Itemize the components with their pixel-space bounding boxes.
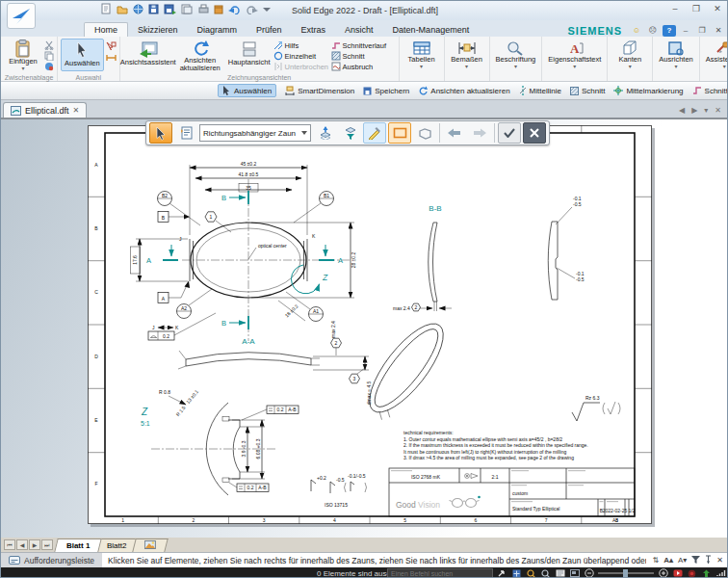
zoom-tool-icon[interactable] <box>540 568 551 578</box>
last-sheet-icon[interactable]: ⏭ <box>41 539 53 550</box>
document-tab-elliptical[interactable]: Elliptical.dft ✕ <box>3 102 87 118</box>
tab-close-icon[interactable]: ✕ <box>715 106 721 115</box>
annotation-button[interactable]: Beschriftung▾ <box>493 39 539 71</box>
save-icon[interactable] <box>148 4 159 14</box>
fence-back-button[interactable] <box>443 122 466 144</box>
fence-hierarchy-button[interactable] <box>338 122 361 144</box>
assistants-button[interactable]: Assistenten▾ <box>703 39 728 71</box>
select-button[interactable]: Auswählen <box>61 39 104 71</box>
print-icon[interactable] <box>197 4 209 14</box>
open-web-icon[interactable] <box>133 4 143 14</box>
zoom-in-icon[interactable] <box>658 568 668 578</box>
pan-icon[interactable] <box>511 568 522 578</box>
drawing-viewport[interactable]: 1 2 3 4 5 6 7 8 A B C D E F <box>1 118 728 538</box>
cmd-smartdimension[interactable]: SmartDimension <box>285 86 354 95</box>
tab-skizzieren[interactable]: Skizzieren <box>128 23 188 37</box>
doc-close-icon[interactable]: ✕ <box>712 25 725 37</box>
font-increase-icon[interactable]: A▴ <box>663 556 673 565</box>
undo-icon[interactable] <box>228 4 241 14</box>
prev-sheet-icon[interactable]: ◀ <box>16 539 28 550</box>
broken-out-button[interactable]: Ausbruch <box>331 62 393 71</box>
drawing-sheet[interactable]: 1 2 3 4 5 6 7 8 A B C D E F <box>88 125 652 524</box>
cmd-mittellinie[interactable]: Mittellinie <box>519 86 561 95</box>
tab-diagramm[interactable]: Diagramm <box>188 23 247 37</box>
cmd-ansichten-aktualisieren[interactable]: Ansichten aktualisieren <box>418 86 509 95</box>
document-tab-close-icon[interactable]: ✕ <box>73 106 80 115</box>
send-frown-icon[interactable]: ☹ <box>646 25 660 37</box>
record-icon[interactable] <box>687 568 697 578</box>
fence-mode-select[interactable]: Richtungsabhängiger Zaun <box>199 124 311 142</box>
fence-accept-button[interactable] <box>498 122 521 144</box>
select-connector-icon[interactable] <box>106 52 117 63</box>
zoom-area-icon[interactable] <box>526 568 536 578</box>
restore-icon[interactable]: ❐ <box>689 3 704 15</box>
principal-view-button[interactable]: Hauptansicht <box>227 39 272 71</box>
redo-icon[interactable] <box>246 4 258 14</box>
upload-icon[interactable] <box>701 568 712 578</box>
property-text-button[interactable]: A Eigenschaftstext▾ <box>545 39 604 71</box>
fence-select-button[interactable] <box>149 122 172 144</box>
fence-top-level-button[interactable] <box>313 122 336 144</box>
fence-quickpick-button[interactable] <box>363 122 386 144</box>
doc-restore-icon[interactable]: ❐ <box>695 25 709 37</box>
print-preview-icon[interactable] <box>181 4 193 14</box>
align-button[interactable]: Ausrichten▾ <box>656 39 695 71</box>
library-icon[interactable] <box>214 4 223 14</box>
minimize-icon[interactable]: – <box>667 3 683 15</box>
zoom-slider-handle[interactable] <box>623 569 628 577</box>
font-decrease-icon[interactable]: A▾ <box>678 556 687 565</box>
tables-button[interactable]: Tabellen▾ <box>403 39 441 71</box>
app-menu-button[interactable] <box>7 3 36 29</box>
open-icon[interactable] <box>117 4 128 14</box>
fence-forward-button[interactable] <box>468 122 491 144</box>
cmd-schnittverlauf[interactable]: Schnittverlauf <box>692 86 728 95</box>
tab-ansicht[interactable]: Ansicht <box>335 23 383 37</box>
network-signal-icon[interactable] <box>715 568 726 578</box>
tab-pruefen[interactable]: Prüfen <box>247 23 292 37</box>
fence-polygon-button[interactable] <box>413 122 436 144</box>
auxiliary-view-button[interactable]: Hilfs <box>273 40 329 50</box>
send-smile-icon[interactable]: ☺ <box>630 25 643 37</box>
tab-daten-management[interactable]: Daten-Management <box>383 23 480 37</box>
paste-button[interactable]: Einfügen▾ <box>4 39 42 71</box>
fence-cancel-button[interactable] <box>523 122 546 144</box>
view-wizard-button[interactable]: Ansichtsassistent <box>123 39 173 71</box>
detail-view-button[interactable]: Einzelheit <box>273 51 329 61</box>
copy-icon[interactable] <box>44 51 54 61</box>
dimension-button[interactable]: Bemaßen▾ <box>448 39 486 71</box>
sheet-view-icon[interactable] <box>555 568 565 578</box>
sheet-tab-blatt1[interactable]: Blatt 1 <box>54 539 102 552</box>
tab-home[interactable]: Home <box>84 22 128 37</box>
close-icon[interactable]: ✕ <box>710 3 725 15</box>
fit-view-icon[interactable] <box>497 568 507 578</box>
fence-rectangle-button[interactable] <box>388 122 411 144</box>
command-search-input[interactable] <box>387 568 493 578</box>
pin-icon[interactable] <box>705 555 712 565</box>
cmd-speichern[interactable]: Speichern <box>363 87 409 95</box>
first-sheet-icon[interactable]: ⏮ <box>4 539 15 550</box>
save-as-icon[interactable] <box>164 4 176 14</box>
sheet-tab-background[interactable] <box>132 539 168 552</box>
tab-list-icon[interactable]: ▾ <box>704 106 708 115</box>
edges-button[interactable]: Kanten▾ <box>611 39 649 71</box>
doc-minimize-icon[interactable]: – <box>679 25 692 37</box>
new-document-icon[interactable] <box>101 3 112 14</box>
qat-customize-icon[interactable] <box>263 4 271 13</box>
next-sheet-icon[interactable]: ▶ <box>29 539 40 550</box>
prompt-filter-icon[interactable] <box>691 556 700 565</box>
tab-extras[interactable]: Extras <box>292 23 336 37</box>
help-icon[interactable]: ? <box>663 25 676 37</box>
fence-options-button[interactable] <box>174 122 197 144</box>
cmd-mittelmarkierung[interactable]: Mittelmarkierung <box>613 86 683 95</box>
section-button[interactable]: Schnitt <box>331 51 393 61</box>
tab-scroll-right-icon[interactable]: ▶ <box>691 106 697 115</box>
cmd-schnitt[interactable]: Schnitt <box>570 87 605 95</box>
tab-scroll-left-icon[interactable]: ◀ <box>679 106 685 115</box>
zoom-out-icon[interactable] <box>584 568 594 578</box>
cutting-plane-button[interactable]: Schnittverlauf <box>331 40 393 50</box>
prompt-close-icon[interactable]: ✕ <box>716 556 723 565</box>
select-options-icon[interactable] <box>106 40 117 51</box>
zoom-slider[interactable] <box>598 572 654 574</box>
format-painter-icon[interactable] <box>44 62 54 71</box>
cmd-select[interactable]: Auswählen <box>218 84 276 97</box>
